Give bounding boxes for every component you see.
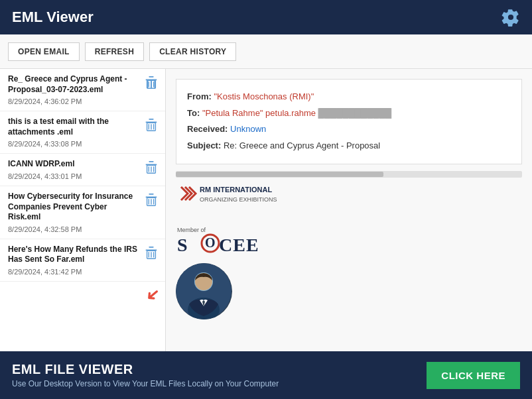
to-label: To: xyxy=(187,108,200,118)
email-to-row: To: "Petula Rahme" petula.rahme ████████… xyxy=(187,105,511,122)
socee-logo: Member of S O CEE xyxy=(176,223,282,255)
list-item[interactable]: Re_ Greece and Cyprus Agent - Proposal_0… xyxy=(0,69,165,111)
person-photo-area xyxy=(176,263,522,319)
email-item-date: 8/29/2024, 4:31:42 PM xyxy=(8,268,140,276)
footer-text: EML FILE VIEWER Use Our Desktop Version … xyxy=(12,362,279,388)
svg-text:CEE: CEE xyxy=(219,235,259,255)
email-metadata: From: "Kostis Moschonas (RMI)" To: "Petu… xyxy=(176,79,522,164)
svg-rect-28 xyxy=(149,247,153,248)
svg-rect-16 xyxy=(149,161,153,162)
app-title: EML Viewer xyxy=(12,9,94,26)
person-avatar xyxy=(176,263,232,319)
toolbar: OPEN EMAIL REFRESH CLEAR HISTORY xyxy=(0,34,532,69)
rm-international-logo: RM INTERNATIONAL ORGANIZING EXHIBITIONS xyxy=(176,182,315,218)
socee-logo-area: Member of S O CEE xyxy=(176,223,522,258)
subject-value: Re: Greece and Cyprus Agent - Proposal xyxy=(224,141,380,150)
list-item[interactable]: How Cybersecurity for Insurance Companie… xyxy=(0,186,165,239)
horizontal-scrollbar[interactable] xyxy=(176,171,522,178)
main-layout: Re_ Greece and Cyprus Agent - Proposal_0… xyxy=(0,69,532,351)
footer: EML FILE VIEWER Use Our Desktop Version … xyxy=(0,351,532,399)
subject-label: Subject: xyxy=(187,141,221,150)
delete-icon[interactable] xyxy=(144,118,159,133)
svg-text:Member of: Member of xyxy=(177,227,206,233)
email-item-date: 8/29/2024, 4:32:58 PM xyxy=(8,225,140,233)
email-item-title: ICANN WDRP.eml xyxy=(8,159,140,170)
svg-text:S: S xyxy=(177,235,188,255)
delete-icon[interactable] xyxy=(144,246,159,260)
delete-icon[interactable] xyxy=(144,160,159,175)
received-value: Unknown xyxy=(230,124,266,134)
email-item-title: this is a test email with the attachment… xyxy=(8,117,140,137)
list-item[interactable]: this is a test email with the attachment… xyxy=(0,111,165,154)
arrow-indicator: ➜ xyxy=(141,282,165,307)
person-photo xyxy=(176,263,232,319)
svg-text:O: O xyxy=(205,235,216,250)
settings-icon[interactable] xyxy=(501,8,520,27)
svg-text:ORGANIZING EXHIBITIONS: ORGANIZING EXHIBITIONS xyxy=(200,196,277,203)
email-item-date: 8/29/2024, 4:33:01 PM xyxy=(8,172,140,180)
email-item-content: this is a test email with the attachment… xyxy=(8,117,140,148)
list-item[interactable]: Here's How Many Refunds the IRS Has Sent… xyxy=(0,239,165,282)
sidebar: Re_ Greece and Cyprus Agent - Proposal_0… xyxy=(0,69,166,351)
svg-rect-10 xyxy=(149,119,153,120)
clear-history-button[interactable]: CLEAR HISTORY xyxy=(149,42,236,61)
svg-rect-22 xyxy=(149,194,153,195)
open-email-button[interactable]: OPEN EMAIL xyxy=(8,42,80,61)
footer-subtitle: Use Our Desktop Version to View Your EML… xyxy=(12,379,279,388)
email-item-title: How Cybersecurity for Insurance Companie… xyxy=(8,192,140,223)
email-item-content: Here's How Many Refunds the IRS Has Sent… xyxy=(8,245,140,276)
scrollbar-thumb xyxy=(176,172,383,177)
rm-logo-area: RM INTERNATIONAL ORGANIZING EXHIBITIONS xyxy=(176,182,522,221)
header: EML Viewer xyxy=(0,0,532,34)
email-item-content: Re_ Greece and Cyprus Agent - Proposal_0… xyxy=(8,74,140,105)
footer-title: EML FILE VIEWER xyxy=(12,362,279,377)
email-received-row: Received: Unknown xyxy=(187,121,511,138)
from-label: From: xyxy=(187,91,212,101)
from-value: "Kostis Moschonas (RMI)" xyxy=(214,91,314,101)
email-item-date: 8/29/2024, 4:33:08 PM xyxy=(8,140,140,148)
svg-text:RM INTERNATIONAL: RM INTERNATIONAL xyxy=(200,186,272,194)
to-value: "Petula Rahme" petula.rahme ████████████ xyxy=(202,108,391,118)
click-here-button[interactable]: CLICK HERE xyxy=(427,362,520,389)
email-item-content: ICANN WDRP.eml 8/29/2024, 4:33:01 PM xyxy=(8,159,140,180)
received-label: Received: xyxy=(187,124,228,134)
refresh-button[interactable]: REFRESH xyxy=(85,42,144,61)
email-item-content: How Cybersecurity for Insurance Companie… xyxy=(8,192,140,233)
email-item-title: Here's How Many Refunds the IRS Has Sent… xyxy=(8,245,140,265)
svg-rect-1 xyxy=(149,76,153,78)
email-item-date: 8/29/2024, 4:36:02 PM xyxy=(8,97,140,105)
email-subject-row: Subject: Re: Greece and Cyprus Agent - P… xyxy=(187,138,511,154)
email-from-row: From: "Kostis Moschonas (RMI)" xyxy=(187,89,511,105)
email-item-title: Re_ Greece and Cyprus Agent - Proposal_0… xyxy=(8,74,140,95)
email-content-area: From: "Kostis Moschonas (RMI)" To: "Petu… xyxy=(166,69,532,351)
list-item[interactable]: ICANN WDRP.eml 8/29/2024, 4:33:01 PM xyxy=(0,154,165,186)
delete-icon[interactable] xyxy=(144,76,159,90)
delete-icon[interactable] xyxy=(144,193,159,207)
